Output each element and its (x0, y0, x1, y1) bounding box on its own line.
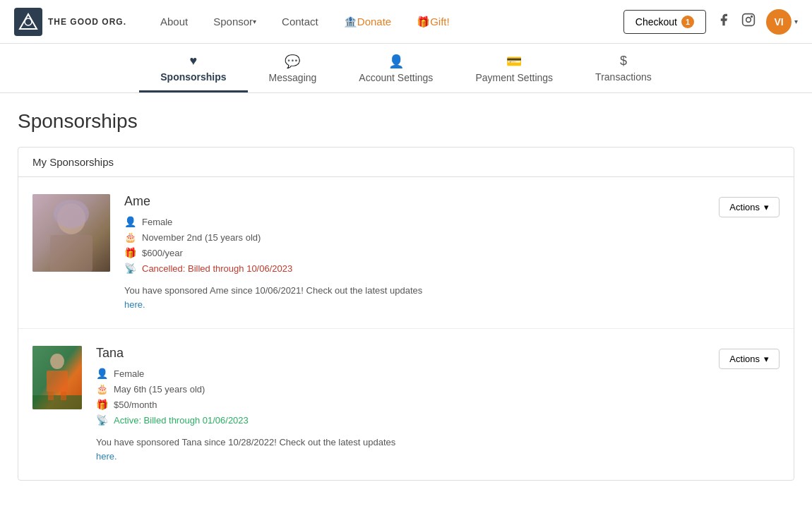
tana-photo-svg (32, 346, 82, 409)
tana-status: Active: Billed through 01/06/2023 (114, 415, 249, 426)
ame-info: Ame 👤 Female 🎂 November 2nd (15 years ol… (124, 194, 705, 311)
svg-rect-7 (50, 235, 92, 272)
ame-actions-caret: ▾ (764, 202, 769, 212)
main-content: Sponsorships My Sponsorships (4, 93, 808, 498)
nav-links: About Sponsor Contact 🏦 Donate 🎁 Gift! (148, 0, 623, 44)
ame-gender: Female (142, 217, 172, 227)
tab-payment-settings[interactable]: 💳 Payment Settings (454, 44, 574, 92)
instagram-link[interactable] (741, 13, 756, 30)
donate-label: Donate (357, 16, 391, 28)
ame-actions-label: Actions (729, 202, 760, 212)
nav-donate[interactable]: 🏦 Donate (331, 0, 404, 44)
tana-status-row: 📡 Active: Billed through 01/06/2023 (96, 414, 705, 426)
nav-sponsor[interactable]: Sponsor (201, 0, 269, 44)
ame-amount-row: 🎁 $600/year (124, 247, 705, 258)
instagram-icon (741, 16, 756, 30)
ame-photo-svg (32, 194, 110, 272)
svg-rect-12 (47, 371, 68, 392)
ame-actions-button[interactable]: Actions ▾ (719, 197, 780, 217)
user-dropdown-caret: ▾ (794, 18, 798, 25)
transactions-icon: $ (620, 54, 627, 68)
svg-point-3 (746, 18, 751, 23)
nav-contact[interactable]: Contact (269, 0, 331, 44)
tab-sponsorships-label: Sponsorships (160, 71, 226, 83)
tana-message-text: You have sponsored Tana since 10/28/2022… (96, 437, 395, 447)
ame-status-row: 📡 Cancelled: Billed through 10/06/2023 (124, 263, 705, 274)
ame-birthday-row: 🎂 November 2nd (15 years old) (124, 232, 705, 243)
user-menu[interactable]: VI ▾ (766, 9, 798, 35)
ame-link[interactable]: here. (124, 299, 145, 310)
tana-name: Tana (96, 346, 705, 361)
tana-message: You have sponsored Tana since 10/28/2022… (96, 435, 705, 463)
nav-gift[interactable]: 🎁 Gift! (404, 0, 462, 44)
ame-gender-row: 👤 Female (124, 216, 705, 227)
svg-point-4 (751, 16, 753, 18)
brand-logo-link[interactable]: THE GOOD ORG. (14, 8, 126, 36)
tana-photo (32, 346, 82, 409)
gender-icon-tana: 👤 (96, 368, 108, 379)
svg-rect-10 (32, 395, 82, 409)
tab-transactions[interactable]: $ Transactions (574, 44, 673, 92)
facebook-link[interactable] (717, 13, 731, 30)
tab-account-settings[interactable]: 👤 Account Settings (338, 44, 454, 92)
ame-message-text: You have sponsored Ame since 10/06/2021!… (124, 285, 422, 296)
birthday-icon-tana: 🎂 (96, 383, 108, 395)
tab-payment-label: Payment Settings (475, 72, 553, 83)
ame-message: You have sponsored Ame since 10/06/2021!… (124, 284, 705, 311)
ame-birthday: November 2nd (15 years old) (142, 232, 261, 243)
svg-rect-2 (743, 14, 755, 26)
nav-about[interactable]: About (148, 0, 201, 44)
payment-icon: 💳 (506, 54, 522, 69)
sponsorships-icon: ♥ (190, 54, 198, 68)
checkout-label: Checkout (635, 16, 677, 28)
sponsorship-item-ame: Ame 👤 Female 🎂 November 2nd (15 years ol… (18, 177, 794, 329)
tana-info: Tana 👤 Female 🎂 May 6th (15 years old) 🎁… (96, 346, 705, 463)
sponsorships-card: My Sponsorships (18, 147, 794, 481)
tab-sponsorships[interactable]: ♥ Sponsorships (139, 44, 247, 92)
tab-messaging[interactable]: 💬 Messaging (248, 44, 338, 92)
ame-status: Cancelled: Billed through 10/06/2023 (142, 263, 292, 274)
tana-link[interactable]: here. (96, 451, 117, 462)
tana-gender-row: 👤 Female (96, 368, 705, 379)
gift-label: Gift! (430, 16, 450, 28)
tana-birthday-row: 🎂 May 6th (15 years old) (96, 383, 705, 395)
tana-actions-button[interactable]: Actions ▾ (719, 349, 780, 369)
svg-rect-14 (61, 392, 66, 400)
facebook-icon (717, 16, 731, 30)
svg-point-8 (54, 200, 89, 228)
gift-icon-ame: 🎁 (124, 247, 136, 258)
user-avatar: VI (766, 9, 792, 35)
ame-photo (32, 194, 110, 272)
status-icon-tana: 📡 (96, 414, 108, 426)
tana-actions-label: Actions (729, 354, 760, 364)
gender-icon-ame: 👤 (124, 216, 136, 227)
gift-icon-tana: 🎁 (96, 399, 108, 410)
checkout-button[interactable]: Checkout 1 (623, 10, 706, 34)
tab-account-label: Account Settings (359, 72, 433, 83)
donate-icon: 🏦 (344, 16, 357, 28)
navbar: THE GOOD ORG. About Sponsor Contact 🏦 Do… (0, 0, 812, 44)
account-icon: 👤 (388, 54, 404, 69)
status-icon-ame: 📡 (124, 263, 136, 274)
card-header: My Sponsorships (18, 148, 794, 177)
gift-icon: 🎁 (417, 16, 430, 28)
svg-point-11 (50, 354, 64, 369)
tabs-container: ♥ Sponsorships 💬 Messaging 👤 Account Set… (0, 44, 812, 93)
svg-point-1 (25, 18, 32, 25)
sponsorship-item-tana: Tana 👤 Female 🎂 May 6th (15 years old) 🎁… (18, 329, 794, 480)
tana-amount: $50/month (114, 399, 157, 410)
tana-gender: Female (114, 368, 144, 379)
tana-birthday: May 6th (15 years old) (114, 384, 205, 395)
birthday-icon-ame: 🎂 (124, 232, 136, 243)
page-title: Sponsorships (18, 110, 794, 133)
svg-marker-0 (20, 14, 37, 29)
checkout-badge: 1 (681, 16, 694, 28)
brand-name: THE GOOD ORG. (48, 17, 126, 27)
brand-logo (14, 8, 42, 36)
ame-amount: $600/year (142, 248, 183, 258)
nav-right: Checkout 1 VI ▾ (623, 9, 798, 35)
tana-amount-row: 🎁 $50/month (96, 399, 705, 410)
messaging-icon: 💬 (285, 54, 300, 69)
tab-transactions-label: Transactions (595, 71, 652, 83)
tana-actions-caret: ▾ (764, 354, 769, 364)
